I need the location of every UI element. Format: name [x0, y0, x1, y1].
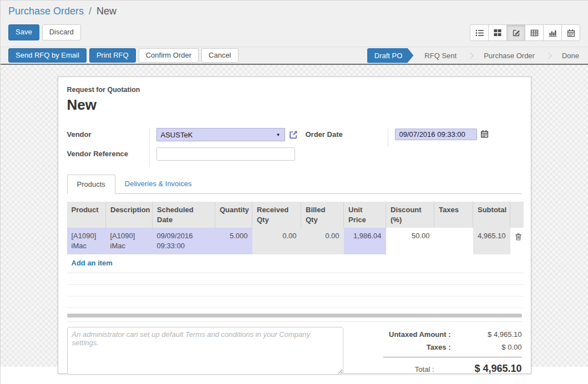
total-label: Total : — [358, 365, 444, 373]
pivot-icon — [530, 29, 539, 37]
total-value: $ 4,965.10 — [444, 363, 522, 375]
form-view-background: Request for Quotation New Vendor ASUSTeK… — [1, 65, 588, 367]
empty-row — [67, 273, 524, 284]
column-header-taxes[interactable]: Taxes — [434, 202, 473, 228]
table-header-row: Product Description Scheduled Date Quant… — [67, 202, 524, 228]
send-rfq-by-email-button[interactable]: Send RFQ by Email — [8, 48, 87, 63]
calendar-picker-icon[interactable] — [480, 130, 489, 140]
statusbar: Draft PO RFQ Sent Purchase Order Done — [337, 47, 588, 64]
form-sheet: Request for Quotation New Vendor ASUSTeK… — [58, 76, 531, 374]
breadcrumb: Purchase Orders / New — [8, 6, 580, 17]
column-header-unit-price[interactable]: Unit Price — [344, 202, 386, 228]
breadcrumb-purchase-orders[interactable]: Purchase Orders — [8, 6, 84, 17]
column-header-discount[interactable]: Discount (%) — [386, 202, 434, 228]
graph-icon — [549, 29, 557, 37]
chevron-down-icon: ▼ — [276, 132, 281, 137]
list-view-button[interactable] — [470, 24, 489, 41]
pivot-view-button[interactable] — [525, 24, 544, 41]
terms-and-conditions-textarea[interactable] — [67, 327, 343, 375]
trash-icon — [515, 233, 522, 240]
page-title: New — [67, 96, 522, 114]
cell-unit-price[interactable]: 1,986.04 — [344, 228, 386, 254]
table-row[interactable]: [A1090] iMac [A1090] iMac 09/09/2016 09:… — [67, 228, 524, 254]
cell-received-qty: 0.00 — [252, 228, 301, 254]
table-horizontal-scrollbar[interactable] — [67, 314, 522, 318]
column-header-product[interactable]: Product — [67, 202, 106, 228]
form-edit-icon — [512, 29, 520, 37]
vendor-label: Vendor — [67, 128, 149, 147]
cell-quantity[interactable]: 5.000 — [215, 228, 252, 254]
calendar-icon — [567, 29, 575, 37]
order-date-field[interactable] — [395, 129, 477, 140]
cell-scheduled-date[interactable]: 09/09/2016 09:33:00 — [153, 228, 215, 254]
column-header-description[interactable]: Description — [106, 202, 153, 228]
vendor-select-value: ASUSTeK — [161, 131, 276, 139]
external-link-icon[interactable] — [288, 130, 298, 141]
taxes-value: $ 0.00 — [461, 343, 522, 351]
column-header-scheduled-date[interactable]: Scheduled Date — [153, 202, 215, 228]
view-switcher — [470, 24, 580, 41]
totals-block: Untaxed Amount : $ 4,965.10 Taxes : $ 0.… — [358, 327, 522, 379]
stage-rfq-sent[interactable]: RFQ Sent — [413, 47, 468, 64]
cell-product[interactable]: [A1090] iMac — [67, 228, 106, 254]
stage-done[interactable]: Done — [551, 47, 588, 64]
form-subtitle: Request for Quotation — [67, 86, 522, 94]
breadcrumb-separator: / — [89, 6, 92, 17]
column-header-subtotal[interactable]: Subtotal — [473, 202, 510, 228]
action-strip: Send RFQ by Email Print RFQ Confirm Orde… — [1, 47, 588, 65]
untaxed-amount-label: Untaxed Amount : — [358, 330, 461, 339]
column-header-billed-qty[interactable]: Billed Qty — [301, 202, 344, 228]
untaxed-amount-value: $ 4,965.10 — [461, 330, 522, 339]
cancel-button[interactable]: Cancel — [201, 48, 238, 63]
add-an-item-link[interactable]: Add an item — [72, 259, 113, 267]
top-navigation-bar: Purchase Orders / New Save Discard — [1, 1, 588, 47]
discard-button[interactable]: Discard — [42, 24, 81, 40]
kanban-view-button[interactable] — [488, 24, 507, 41]
column-header-received-qty[interactable]: Received Qty — [252, 202, 301, 228]
tab-products[interactable]: Products — [67, 175, 115, 194]
totals-divider — [383, 357, 522, 357]
delete-row-button[interactable] — [510, 228, 524, 254]
order-lines-table: Product Description Scheduled Date Quant… — [67, 202, 524, 308]
cell-billed-qty: 0.00 — [301, 228, 344, 254]
vendor-reference-label: Vendor Reference — [67, 147, 149, 167]
stage-purchase-order[interactable]: Purchase Order — [473, 47, 546, 64]
notebook: Products Deliveries & Invoices Product D… — [67, 175, 522, 318]
breadcrumb-current: New — [97, 6, 116, 17]
cell-discount[interactable]: 50.00 — [386, 228, 434, 254]
empty-row — [67, 284, 524, 296]
cell-taxes[interactable] — [434, 228, 473, 254]
column-header-actions — [510, 202, 524, 228]
save-button[interactable]: Save — [8, 24, 39, 40]
empty-row — [67, 296, 524, 308]
vendor-select[interactable]: ASUSTeK ▼ — [156, 128, 285, 141]
print-rfq-button[interactable]: Print RFQ — [89, 48, 136, 63]
column-header-quantity[interactable]: Quantity — [215, 202, 252, 228]
graph-view-button[interactable] — [543, 24, 562, 41]
cell-subtotal: 4,965.10 — [473, 228, 510, 254]
tab-deliveries-invoices[interactable]: Deliveries & Invoices — [115, 175, 201, 193]
form-view-button[interactable] — [506, 24, 525, 41]
order-date-label: Order Date — [306, 128, 388, 146]
cell-description[interactable]: [A1090] iMac — [106, 228, 153, 254]
stage-draft-po[interactable]: Draft PO — [367, 48, 414, 63]
kanban-icon — [494, 29, 501, 37]
confirm-order-button[interactable]: Confirm Order — [139, 48, 199, 63]
taxes-label: Taxes : — [358, 343, 461, 351]
vendor-reference-field[interactable] — [156, 147, 295, 161]
calendar-view-button[interactable] — [561, 24, 580, 41]
sheet-footer: Untaxed Amount : $ 4,965.10 Taxes : $ 0.… — [67, 321, 522, 379]
list-icon — [475, 29, 484, 37]
